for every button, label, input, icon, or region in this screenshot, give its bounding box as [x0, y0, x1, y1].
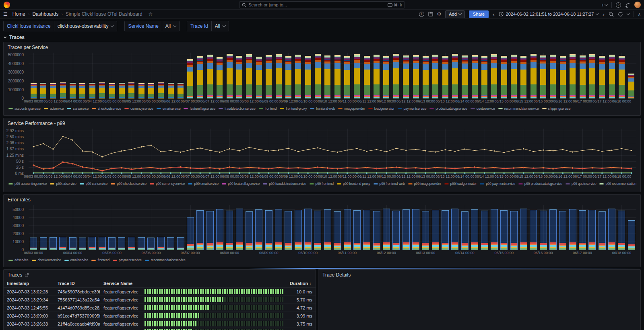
- cell-service-name-link[interactable]: featureflagservice: [100, 320, 141, 328]
- legend-item[interactable]: p99 frontend: [310, 182, 334, 186]
- panel-title[interactable]: Traces: [4, 270, 316, 279]
- legend-item[interactable]: p99 frauddetectionservice: [263, 182, 306, 186]
- cell-service-name-link[interactable]: featureflagservice: [100, 296, 141, 304]
- refresh-icon[interactable]: [618, 12, 623, 17]
- panel-title[interactable]: Service Performance - p99: [4, 118, 640, 127]
- legend-item[interactable]: p99 frontend-proxy: [337, 182, 370, 186]
- legend-item[interactable]: emailservice: [157, 107, 181, 111]
- variable-value-dropdown[interactable]: clickhouse-observability: [54, 21, 117, 31]
- legend-item[interactable]: p99 accountingservice: [8, 182, 47, 186]
- legend-item[interactable]: p99 cartservice: [80, 182, 108, 186]
- legend-item[interactable]: p99 imageprovider: [408, 182, 441, 186]
- time-range-picker[interactable]: 2024-06-02 12:01:51 to 2024-06-18 11:27:…: [499, 12, 599, 16]
- stacked-bar: [501, 56, 507, 98]
- search-input[interactable]: Search or jump to... ⌘+k: [239, 1, 405, 8]
- legend-item[interactable]: frontend: [91, 258, 109, 262]
- legend-item[interactable]: quoteservice: [471, 107, 495, 111]
- time-shift-forward-icon[interactable]: ›: [603, 11, 604, 17]
- news-icon[interactable]: [625, 2, 630, 8]
- table-row[interactable]: 2024-07-03 13:02:28745a59078cbdeec39b7..…: [4, 288, 316, 296]
- topnav-actions: + ?: [601, 0, 641, 10]
- legend-item[interactable]: recommendationservice: [145, 258, 186, 262]
- legend-item[interactable]: checkoutservice: [32, 258, 61, 262]
- col-header-duration[interactable]: Duration ↓: [287, 279, 316, 288]
- legend-item[interactable]: p99 paymentservice: [480, 182, 515, 186]
- breadcrumb-dashboards[interactable]: Dashboards: [32, 11, 58, 17]
- breadcrumb-home[interactable]: Home: [12, 11, 25, 17]
- x-axis-label: 06/12 00:00: [377, 174, 396, 178]
- legend-item[interactable]: p99 productcatalogservice: [518, 182, 562, 186]
- cell-service-name-link[interactable]: featureflagservice: [100, 312, 141, 320]
- legend-item[interactable]: p99 featureflagservice: [222, 182, 260, 186]
- row-traces-toggle[interactable]: Traces: [3, 34, 641, 41]
- new-button[interactable]: +: [601, 2, 607, 8]
- legend-item[interactable]: p99 adservice: [50, 182, 76, 186]
- panel-link-icon[interactable]: [25, 273, 29, 277]
- legend-item[interactable]: frontend: [259, 107, 277, 111]
- legend-item[interactable]: frauddetectionservice: [219, 107, 256, 111]
- legend-item[interactable]: accountingservice: [8, 107, 41, 111]
- legend-item[interactable]: productcatalogservice: [429, 107, 467, 111]
- col-header-service-name[interactable]: Service Name: [100, 279, 141, 288]
- help-icon[interactable]: ?: [616, 2, 621, 8]
- legend-item[interactable]: adservice: [44, 107, 64, 111]
- dashboard-insights-icon[interactable]: i: [419, 12, 424, 17]
- legend-item[interactable]: p99 frontend-web: [374, 182, 405, 186]
- legend-item[interactable]: cartservice: [67, 107, 89, 111]
- cell-service-name-link[interactable]: featureflagservice: [100, 304, 141, 312]
- legend-item[interactable]: frontend-web: [310, 107, 335, 111]
- legend-item[interactable]: frontend-proxy: [280, 107, 307, 111]
- cell-trace-id-link[interactable]: 41474d0769d85ee2828...: [54, 304, 100, 312]
- legend-item[interactable]: p99 loadgenerator: [444, 182, 477, 186]
- time-shift-back-icon[interactable]: ‹: [493, 11, 494, 17]
- mega-menu-icon[interactable]: ☰: [3, 11, 8, 17]
- col-header-trace-id[interactable]: Trace ID: [54, 279, 100, 288]
- legend-item[interactable]: recommendationservice: [498, 107, 539, 111]
- save-dashboard-icon[interactable]: [428, 12, 433, 16]
- cell-service-name-link[interactable]: featureflagservice: [100, 288, 141, 296]
- collapse-topbar-icon[interactable]: ∧: [638, 12, 641, 16]
- legend-item[interactable]: p99 recommendationservice: [599, 182, 636, 186]
- user-avatar[interactable]: [634, 2, 641, 8]
- legend-item[interactable]: checkoutservice: [92, 107, 121, 111]
- table-row[interactable]: 2024-07-03 12:45:5541474d0769d85ee2828..…: [4, 304, 316, 312]
- legend-item[interactable]: p99 currencyservice: [150, 182, 185, 186]
- legend-item[interactable]: p99 emailservice: [188, 182, 219, 186]
- share-button[interactable]: Share: [469, 10, 489, 18]
- panel-title[interactable]: Error rates: [4, 195, 640, 203]
- variable-value-dropdown[interactable]: All: [211, 21, 229, 31]
- cell-trace-id-link[interactable]: 21ff4a0ceeaeb4fd90af0...: [54, 320, 100, 328]
- variable-value-dropdown[interactable]: All: [162, 21, 179, 31]
- refresh-interval-chevron-icon[interactable]: [626, 12, 630, 15]
- panel-title[interactable]: Traces per Service: [4, 42, 640, 51]
- legend-item[interactable]: loadgenerator: [368, 107, 394, 111]
- legend-item[interactable]: shippingservice: [542, 107, 571, 111]
- table-row[interactable]: 2024-07-03 13:26:3321ff4a0ceeaeb4fd90af0…: [4, 320, 316, 328]
- legend-item[interactable]: adservice: [8, 258, 29, 262]
- bottom-panel-row: Traces timestamp Trace ID Service Name D…: [3, 269, 641, 330]
- table-row[interactable]: 2024-07-03 13:29:3475563771413a22a54618.…: [4, 296, 316, 304]
- legend-item[interactable]: p99 checkoutservice: [111, 182, 147, 186]
- panel-title[interactable]: Trace Details: [318, 270, 640, 279]
- zoom-out-icon[interactable]: [609, 12, 614, 17]
- legend-item[interactable]: p99 quoteservice: [566, 182, 597, 186]
- legend-item[interactable]: paymentservice: [113, 258, 142, 262]
- legend-color-chip: [498, 108, 503, 109]
- settings-gear-icon[interactable]: ⚙: [437, 11, 442, 17]
- favorite-star-icon[interactable]: ☆: [149, 11, 153, 17]
- cell-service-name-link[interactable]: [100, 328, 141, 330]
- grafana-logo-icon[interactable]: [4, 2, 10, 8]
- cell-trace-id-link[interactable]: 745a59078cbdeec39b7...: [54, 288, 100, 296]
- legend-item[interactable]: imageprovider: [338, 107, 365, 111]
- table-row[interactable]: [4, 328, 316, 330]
- cell-trace-id-link[interactable]: 75563771413a22a54618...: [54, 296, 100, 304]
- legend-item[interactable]: featureflagservice: [184, 107, 215, 111]
- cell-trace-id-link[interactable]: [54, 328, 100, 330]
- col-header-timestamp[interactable]: timestamp: [4, 279, 54, 288]
- legend-item[interactable]: paymentservice: [398, 107, 427, 111]
- legend-item[interactable]: emailservice: [64, 258, 89, 262]
- cell-trace-id-link[interactable]: b91ce47d753709695f1d...: [54, 312, 100, 320]
- add-button[interactable]: Add: [445, 10, 465, 18]
- legend-item[interactable]: currencyservice: [124, 107, 153, 111]
- table-row[interactable]: 2024-07-03 13:09:00b91ce47d753709695f1d.…: [4, 312, 316, 320]
